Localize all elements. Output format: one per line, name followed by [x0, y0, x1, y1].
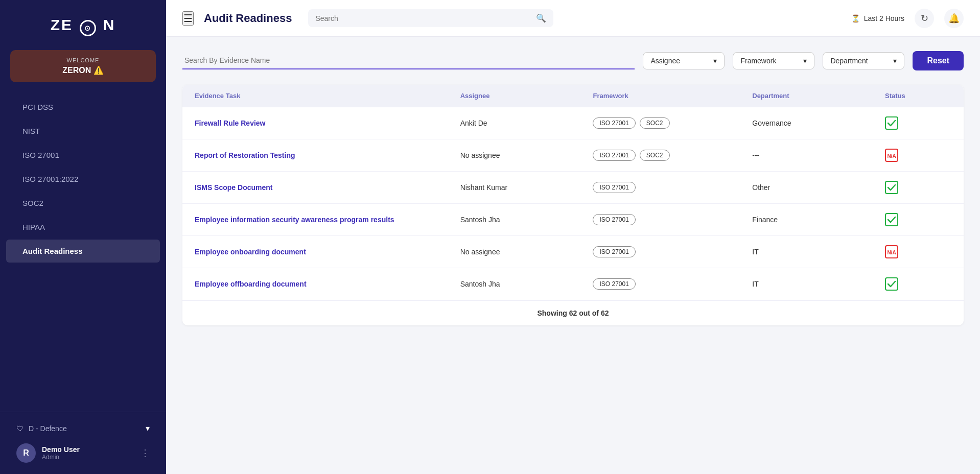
logo-icon: ⊙	[80, 20, 96, 36]
assignee-2: Nishant Kumar	[460, 183, 593, 192]
content-area: Assignee ▾ Framework ▾ Department ▾ Rese…	[166, 37, 980, 474]
table-header: Evidence Task Assignee Framework Departm…	[182, 85, 964, 107]
svg-text:N/A: N/A	[887, 250, 896, 255]
hamburger-button[interactable]: ☰	[182, 11, 194, 26]
evidence-task-4[interactable]: Employee onboarding document	[195, 248, 460, 256]
framework-tag: ISO 27001	[593, 246, 635, 257]
framework-tag: ISO 27001	[593, 214, 635, 225]
assignee-label: Assignee	[650, 57, 680, 65]
department-0: Governance	[752, 119, 885, 127]
sidebar-footer: 🛡 D - Defence ▾ R Demo User Admin ⋮	[0, 412, 166, 474]
table-row: Employee offboarding document Santosh Jh…	[182, 268, 964, 300]
col-evidence-task: Evidence Task	[195, 92, 460, 100]
evidence-task-0[interactable]: Firewall Rule Review	[195, 119, 460, 127]
svg-rect-0	[885, 117, 898, 129]
logo-text: ZE ⊙ N	[51, 16, 116, 36]
framework-tag: ISO 27001	[593, 117, 635, 129]
department-3: Finance	[752, 216, 885, 224]
svg-rect-7	[885, 278, 898, 290]
reset-button[interactable]: Reset	[913, 51, 964, 70]
framework-tag: SOC2	[640, 150, 670, 161]
time-filter[interactable]: ⏳ Last 2 Hours	[851, 14, 904, 22]
table-row: Report of Restoration Testing No assigne…	[182, 139, 964, 172]
sidebar-logo: ZE ⊙ N	[0, 0, 166, 46]
framework-tags-1: ISO 27001 SOC2	[593, 150, 752, 161]
department-2: Other	[752, 183, 885, 192]
chevron-down-icon: ▾	[146, 423, 150, 433]
framework-tag: ISO 27001	[593, 150, 635, 161]
assignee-dropdown[interactable]: Assignee ▾	[643, 52, 725, 69]
table-row: Firewall Rule Review Ankit De ISO 27001 …	[182, 107, 964, 139]
sidebar-item-audit-readiness[interactable]: Audit Readiness	[6, 240, 160, 263]
framework-tag: SOC2	[640, 117, 670, 129]
sidebar: ZE ⊙ N WELCOME ZERON ⚠️ PCI DSS NIST ISO…	[0, 0, 166, 474]
status-icon-2	[885, 181, 951, 194]
framework-tags-4: ISO 27001	[593, 246, 752, 257]
user-name: Demo User	[42, 445, 134, 454]
chevron-down-icon: ▾	[803, 57, 807, 65]
top-bar: ☰ Audit Readiness 🔍 ⏳ Last 2 Hours ↻ 🔔	[166, 0, 980, 37]
evidence-search-input[interactable]	[182, 52, 635, 69]
evidence-table: Evidence Task Assignee Framework Departm…	[182, 85, 964, 325]
welcome-box: WELCOME ZERON ⚠️	[10, 50, 156, 82]
assignee-5: Santosh Jha	[460, 280, 593, 288]
page-title: Audit Readiness	[204, 12, 292, 25]
department-dropdown[interactable]: Department ▾	[823, 52, 904, 69]
table-row: ISMS Scope Document Nishant Kumar ISO 27…	[182, 172, 964, 204]
department-5: IT	[752, 280, 885, 288]
defence-section[interactable]: 🛡 D - Defence ▾	[8, 418, 158, 438]
sidebar-item-hipaa[interactable]: HIPAA	[6, 216, 160, 239]
status-icon-3	[885, 213, 951, 226]
status-icon-1: N/A	[885, 149, 951, 162]
avatar: R	[16, 443, 36, 463]
department-label: Department	[830, 57, 868, 65]
welcome-label: WELCOME	[20, 57, 146, 63]
svg-rect-4	[885, 214, 898, 226]
user-info: Demo User Admin	[42, 445, 134, 461]
notification-button[interactable]: 🔔	[944, 9, 964, 28]
status-icon-4: N/A	[885, 245, 951, 258]
framework-label: Framework	[740, 57, 776, 65]
framework-tag: ISO 27001	[593, 278, 635, 290]
table-row: Employee information security awareness …	[182, 204, 964, 236]
status-icon-0	[885, 116, 951, 130]
sidebar-item-iso27001-2022[interactable]: ISO 27001:2022	[6, 168, 160, 191]
top-search-bar: 🔍	[308, 9, 553, 27]
user-role: Admin	[42, 454, 134, 461]
chevron-down-icon: ▾	[893, 57, 897, 65]
time-filter-label: Last 2 Hours	[864, 14, 904, 22]
col-status: Status	[885, 92, 951, 100]
framework-dropdown[interactable]: Framework ▾	[733, 52, 814, 69]
framework-tag: ISO 27001	[593, 182, 635, 193]
refresh-button[interactable]: ↻	[915, 9, 934, 28]
filters-row: Assignee ▾ Framework ▾ Department ▾ Rese…	[182, 51, 964, 73]
top-search-input[interactable]	[315, 14, 532, 22]
user-menu-button[interactable]: ⋮	[141, 447, 150, 459]
status-icon-5	[885, 277, 951, 291]
evidence-task-1[interactable]: Report of Restoration Testing	[195, 151, 460, 159]
framework-tags-3: ISO 27001	[593, 214, 752, 225]
chevron-down-icon: ▾	[713, 57, 717, 65]
evidence-task-2[interactable]: ISMS Scope Document	[195, 183, 460, 192]
assignee-4: No assignee	[460, 248, 593, 256]
table-footer: Showing 62 out of 62	[182, 300, 964, 325]
sidebar-nav: PCI DSS NIST ISO 27001 ISO 27001:2022 SO…	[0, 90, 166, 412]
top-bar-right: ⏳ Last 2 Hours ↻ 🔔	[851, 9, 964, 28]
defence-left: 🛡 D - Defence	[16, 424, 67, 433]
col-framework: Framework	[593, 92, 752, 100]
department-1: ---	[752, 151, 885, 159]
evidence-task-5[interactable]: Employee offboarding document	[195, 280, 460, 288]
sidebar-item-iso27001[interactable]: ISO 27001	[6, 144, 160, 167]
department-4: IT	[752, 248, 885, 256]
assignee-3: Santosh Jha	[460, 216, 593, 224]
col-department: Department	[752, 92, 885, 100]
framework-tags-5: ISO 27001	[593, 278, 752, 290]
framework-tags-0: ISO 27001 SOC2	[593, 117, 752, 129]
shield-icon: 🛡	[16, 424, 24, 433]
evidence-task-3[interactable]: Employee information security awareness …	[195, 216, 460, 224]
user-section: R Demo User Admin ⋮	[8, 438, 158, 468]
sidebar-item-pcidss[interactable]: PCI DSS	[6, 96, 160, 118]
sidebar-item-soc2[interactable]: SOC2	[6, 192, 160, 215]
search-icon: 🔍	[536, 13, 546, 23]
sidebar-item-nist[interactable]: NIST	[6, 120, 160, 143]
